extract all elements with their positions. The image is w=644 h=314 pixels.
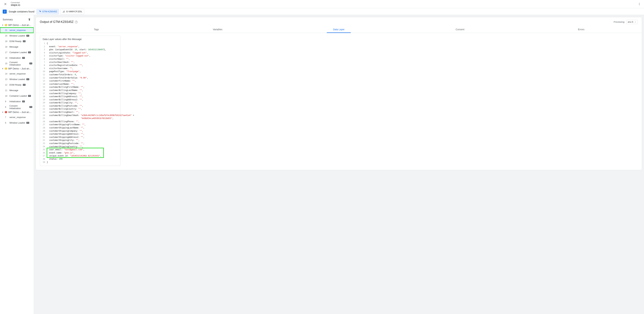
code-line: 8 visitorRegistrationDate: "", (43, 64, 118, 67)
event-name: Consent Initialization (10, 105, 28, 110)
event-item-window-loaded[interactable]: 13Window Loaded<> (0, 77, 34, 82)
container-chip-GTM-KZ6S45Z[interactable]: GTM-KZ6S45Z (36, 9, 59, 14)
event-item-server_response[interactable]: 14server_response (0, 71, 34, 77)
group-label: WP Demo – Just anothe... (8, 24, 32, 26)
event-item-window-loaded[interactable]: 20Window Loaded<> (0, 33, 34, 39)
event-name: DOM Ready (10, 84, 22, 86)
event-num: 14 (5, 73, 8, 75)
group-label: WP Demo – Just anothe... (8, 111, 32, 113)
event-item-server_response[interactable]: 21server_response (0, 28, 34, 33)
code-line: 37 unique_event_id: "1654532141082_82119… (43, 154, 118, 158)
collapse-icon: ▼ (2, 111, 4, 113)
svg-point-2 (639, 5, 640, 5)
event-item-container-loaded[interactable]: 10Container Loaded<> (0, 93, 34, 99)
tab-consent[interactable]: Consent (400, 26, 521, 33)
group-header[interactable]: ▼🔴WP Demo – Just anothe... (0, 110, 34, 115)
event-item-message[interactable]: 11Message (0, 88, 34, 93)
code-line: 19 customerBillingAddress2: "", (43, 98, 118, 101)
gtm-icon (38, 10, 41, 13)
more-vert-icon (638, 3, 641, 6)
event-item-consent-initialization[interactable]: 8Consent Initialization<> (0, 104, 34, 110)
svg-rect-5 (62, 12, 63, 13)
output-panel: Output of GTM-KZ6S45Z ? Previewing: env-… (36, 17, 642, 170)
event-item-dom-ready[interactable]: 12DOM Ready<> (0, 82, 34, 88)
code-line: 10 pagePostType: "frontpage", (43, 70, 118, 73)
event-name: Message (10, 46, 18, 48)
code-line: 25 "649b934ca495991b7852b855", (43, 117, 118, 120)
env-selector[interactable]: env-5 (626, 20, 638, 24)
event-name: DOM Ready (10, 40, 22, 43)
help-button[interactable]: ? (75, 21, 78, 23)
code-line: 7 visitorEmailHash: "", (43, 61, 118, 64)
title-block: Connected stape.io (11, 2, 20, 7)
code-line: 17 customerBillingCompany: "", (43, 92, 118, 95)
event-num: 7 (5, 116, 8, 119)
panel-title: Output of GTM-KZ6S45Z (40, 20, 74, 24)
code-line: 29 customerShippingCompany: "", (43, 129, 118, 133)
content-area: Output of GTM-KZ6S45Z ? Previewing: env-… (34, 15, 644, 314)
event-num: 6 (5, 122, 8, 124)
code-line: 27 customerShippingFirstName: "", (43, 123, 118, 126)
analytics-icon (62, 10, 65, 13)
container-chip-G-VM9YCFJZ0L[interactable]: G-VM9YCFJZ0L (60, 9, 84, 14)
event-item-message[interactable]: 18Message (0, 44, 34, 50)
code-line: 20 customerBillingCity: "", (43, 101, 118, 104)
code-line: 18 customerBillingAddress1: "", (43, 95, 118, 98)
code-line: 3 gtm: {uniqueEventId: 10, start: 165453… (43, 48, 118, 51)
close-button[interactable] (1, 0, 10, 8)
status-dot: 🟡 (5, 67, 7, 70)
clear-button[interactable] (28, 18, 31, 21)
collapse-icon: ▼ (2, 24, 4, 26)
event-num: 10 (5, 95, 8, 97)
code-line: 2 event: "server_response", (43, 45, 118, 48)
data-layer-card: Data Layer values after this Message: 1{… (40, 36, 120, 166)
status-dot: 🟡 (5, 24, 7, 26)
code-block: 1{2 event: "server_response",3 gtm: {uni… (43, 42, 118, 164)
more-button[interactable] (636, 1, 643, 8)
code-line: 1{ (43, 42, 118, 45)
tab-data-layer[interactable]: Data Layer (278, 26, 400, 33)
event-item-initialization[interactable]: 16Initialization<> (0, 55, 34, 61)
group-header[interactable]: ▼🟡WP Demo – Just anothe... (0, 66, 34, 71)
event-num: 17 (5, 51, 8, 54)
tab-variables[interactable]: Variables (157, 26, 278, 33)
code-line: 6 visitorEmail: "", (43, 58, 118, 61)
env-value: env-5 (628, 21, 633, 23)
event-num: 9 (5, 100, 8, 103)
event-item-window-loaded[interactable]: 6Window Loaded<> (0, 120, 34, 126)
event-name: Container Loaded (10, 95, 27, 97)
chevron-right-icon (634, 21, 636, 23)
sidebar: Summary ▼🟡WP Demo – Just anothe...21serv… (0, 15, 34, 314)
event-item-initialization[interactable]: 9Initialization<> (0, 99, 34, 104)
event-item-dom-ready[interactable]: 19DOM Ready<> (0, 39, 34, 44)
event-name: Window Loaded (10, 122, 25, 124)
svg-point-1 (639, 4, 640, 4)
code-line: 15 customerBillingFirstName: "", (43, 86, 118, 89)
code-line: 22 customerBillingCountry: "", (43, 107, 118, 111)
tab-errors[interactable]: Errors (520, 26, 642, 33)
domain-label: stape.io (11, 4, 20, 7)
tag-badge: <> (30, 106, 32, 108)
svg-point-0 (639, 3, 640, 3)
event-name: Initialization (10, 100, 21, 103)
summary-label[interactable]: Summary (3, 18, 13, 21)
code-line: 36 event_name: "gtm.js", (43, 151, 118, 154)
event-name: Container Loaded (10, 51, 27, 54)
svg-rect-6 (63, 11, 64, 13)
code-line: 33 customerShippingPostcode: "", (43, 142, 118, 145)
event-item-consent-initialization[interactable]: 15Consent Initialization<> (0, 61, 34, 66)
tab-tags[interactable]: Tags (36, 26, 157, 33)
event-item-container-loaded[interactable]: 17Container Loaded<> (0, 50, 34, 55)
tag-badge: <> (26, 78, 29, 80)
code-line: 23 customerBillingEmail: "", (43, 111, 118, 114)
group-header[interactable]: ▼🟡WP Demo – Just anothe... (0, 23, 34, 28)
code-line: 28 customerShippingLastName: "", (43, 126, 118, 129)
previewing-label: Previewing: (614, 21, 625, 23)
code-line: 5 visitorType: "visitor-logged-out", (43, 54, 118, 58)
event-name: server_response (10, 116, 26, 119)
tag-badge: <> (26, 122, 29, 124)
code-line: 24 customerBillingEmailHash: "e3b0c44298… (43, 114, 118, 117)
tag-badge: <> (28, 52, 31, 53)
event-num: 8 (5, 106, 8, 108)
event-item-server_response[interactable]: 7server_response (0, 115, 34, 120)
